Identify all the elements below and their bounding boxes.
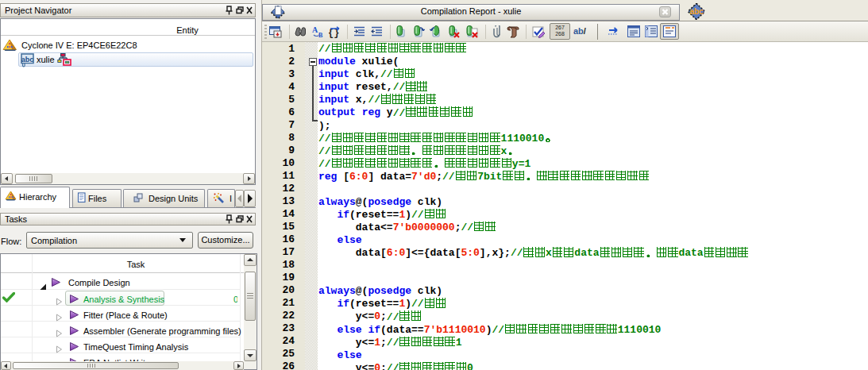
svg-text:abc: abc xyxy=(21,56,34,64)
svg-text:abc: abc xyxy=(689,7,704,16)
svg-text:A: A xyxy=(312,25,318,34)
